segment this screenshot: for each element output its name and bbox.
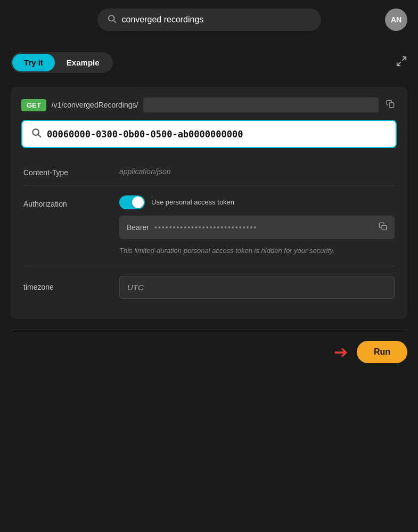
authorization-label: Authorization bbox=[23, 195, 109, 208]
run-button[interactable]: Run bbox=[357, 341, 407, 363]
personal-access-toggle[interactable] bbox=[119, 195, 145, 209]
main-card: GET /v1/convergedRecordings/ 00060000-03… bbox=[11, 87, 407, 319]
path-id-input[interactable] bbox=[143, 97, 379, 112]
svg-line-2 bbox=[403, 57, 406, 60]
svg-line-6 bbox=[38, 135, 41, 137]
timezone-label: timezone bbox=[23, 283, 109, 291]
content-type-label: Content-Type bbox=[23, 167, 109, 177]
fields-section: Content-Type application/json Authorizat… bbox=[21, 159, 397, 308]
copy-token-button[interactable] bbox=[379, 222, 387, 233]
expand-icon[interactable] bbox=[396, 55, 407, 70]
bearer-dots: •••••••••••••••••••••••••••• bbox=[154, 223, 373, 232]
footer-section: ➔ Run bbox=[11, 330, 407, 374]
id-search-box[interactable]: 00060000-0300-0b00-0500-ab0000000000 bbox=[21, 120, 397, 148]
bearer-note: This limited-duration personal access to… bbox=[119, 245, 395, 256]
svg-line-3 bbox=[397, 62, 400, 66]
tab-example[interactable]: Example bbox=[55, 54, 111, 71]
search-icon bbox=[107, 14, 117, 26]
authorization-row: Authorization Use personal access token … bbox=[23, 186, 395, 266]
content-type-row: Content-Type application/json bbox=[23, 159, 395, 186]
search-value: converged recordings bbox=[122, 15, 312, 24]
copy-path-button[interactable] bbox=[384, 97, 397, 112]
method-badge: GET bbox=[21, 99, 46, 111]
run-arrow-icon: ➔ bbox=[334, 343, 348, 361]
bearer-box: Bearer •••••••••••••••••••••••••••• bbox=[119, 216, 395, 239]
tabs-row: Try it Example bbox=[0, 39, 418, 81]
timezone-input[interactable] bbox=[119, 276, 395, 299]
svg-line-1 bbox=[113, 20, 116, 22]
header: converged recordings AN bbox=[0, 0, 418, 39]
avatar[interactable]: AN bbox=[385, 9, 407, 31]
auth-toggle-row: Use personal access token bbox=[119, 195, 395, 209]
content-type-value: application/json bbox=[119, 167, 395, 176]
get-row: GET /v1/convergedRecordings/ bbox=[21, 97, 397, 112]
timezone-row: timezone bbox=[23, 266, 395, 308]
tab-try-it[interactable]: Try it bbox=[12, 54, 55, 71]
tabs-group: Try it Example bbox=[11, 52, 113, 73]
id-value: 00060000-0300-0b00-0500-ab0000000000 bbox=[47, 129, 243, 140]
bearer-label: Bearer bbox=[127, 223, 149, 232]
search-bar[interactable]: converged recordings bbox=[97, 9, 321, 31]
id-search-icon bbox=[31, 127, 42, 141]
svg-rect-7 bbox=[382, 225, 387, 230]
api-path: /v1/convergedRecordings/ bbox=[52, 101, 138, 109]
toggle-thumb bbox=[132, 197, 144, 208]
auth-right: Use personal access token Bearer •••••••… bbox=[119, 195, 395, 256]
svg-rect-4 bbox=[389, 103, 394, 108]
toggle-label: Use personal access token bbox=[151, 198, 234, 207]
